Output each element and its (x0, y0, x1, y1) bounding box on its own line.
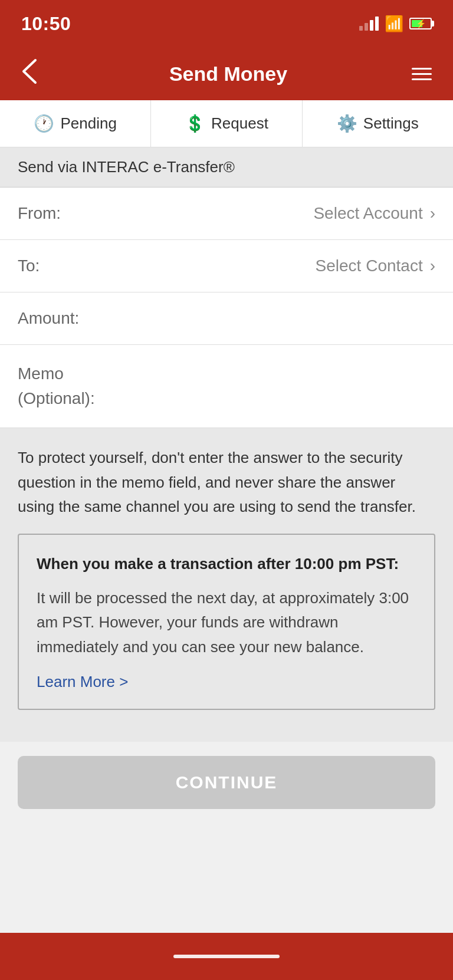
tab-bar: 🕐 Pending 💲 Request ⚙️ Settings (0, 100, 453, 147)
menu-line-2 (412, 73, 432, 75)
from-field[interactable]: From: Select Account › (0, 188, 453, 240)
back-button[interactable] (21, 58, 45, 90)
section-header-text: Send via INTERAC e-Transfer® (18, 158, 235, 176)
memo-field[interactable]: Memo(Optional): (0, 345, 453, 428)
header: Send Money (0, 47, 453, 100)
status-bar: 10:50 📶 ⚡ (0, 0, 453, 47)
transaction-title: When you make a transaction after 10:00 … (37, 553, 416, 575)
menu-line-1 (412, 68, 432, 70)
tab-pending[interactable]: 🕐 Pending (0, 100, 151, 147)
menu-button[interactable] (412, 68, 432, 80)
tab-request[interactable]: 💲 Request (151, 100, 302, 147)
from-label: From: (18, 204, 61, 223)
settings-icon: ⚙️ (337, 114, 357, 133)
tab-settings-label: Settings (363, 114, 419, 133)
from-value-container: Select Account › (313, 204, 435, 223)
from-chevron-icon: › (430, 204, 435, 223)
learn-more-link[interactable]: Learn More > (37, 673, 128, 690)
page-title: Send Money (169, 63, 287, 85)
form-container: From: Select Account › To: Select Contac… (0, 188, 453, 428)
menu-line-3 (412, 78, 432, 80)
amount-field[interactable]: Amount: (0, 292, 453, 345)
tab-pending-label: Pending (60, 114, 116, 133)
amount-label: Amount: (18, 309, 79, 327)
warning-text: To protect yourself, don't enter the ans… (18, 446, 435, 519)
transaction-box: When you make a transaction after 10:00 … (18, 534, 435, 710)
continue-button-wrapper: CONTINUE (0, 742, 453, 823)
info-section: To protect yourself, don't enter the ans… (0, 428, 453, 742)
request-icon: 💲 (185, 114, 205, 133)
battery-icon: ⚡ (409, 18, 432, 29)
bottom-bar (0, 933, 453, 980)
to-field[interactable]: To: Select Contact › (0, 240, 453, 292)
tab-settings[interactable]: ⚙️ Settings (303, 100, 453, 147)
to-chevron-icon: › (430, 256, 435, 275)
pending-icon: 🕐 (34, 114, 54, 133)
continue-button[interactable]: CONTINUE (18, 756, 435, 809)
to-value-container: Select Contact › (316, 256, 435, 275)
wifi-icon: 📶 (385, 15, 403, 33)
status-time: 10:50 (21, 13, 71, 35)
transaction-body: It will be processed the next day, at ap… (37, 586, 416, 660)
memo-label: Memo(Optional): (18, 364, 95, 407)
tab-request-label: Request (211, 114, 268, 133)
to-label: To: (18, 256, 40, 275)
status-icons: 📶 ⚡ (359, 15, 432, 33)
signal-icon (359, 17, 379, 31)
to-value: Select Contact (316, 256, 423, 275)
from-value: Select Account (313, 204, 422, 223)
section-header: Send via INTERAC e-Transfer® (0, 147, 453, 188)
home-indicator (173, 955, 280, 958)
